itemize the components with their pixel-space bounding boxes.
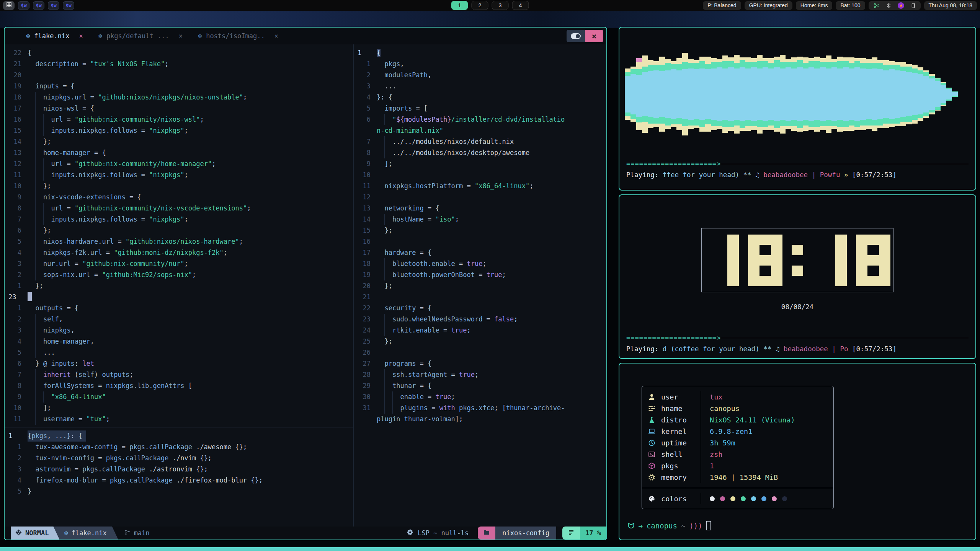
line-number: 24 <box>354 325 377 336</box>
fetch-row-pkgs: pkgs1 <box>642 460 833 471</box>
buffer-tab-hosts-isoImag-[interactable]: ❄hosts/isoImag..× <box>198 32 278 40</box>
fetch-value: 1946 | 15394 MiB <box>701 471 833 483</box>
viz-segment <box>912 115 918 120</box>
indent <box>35 336 43 347</box>
token: ./awesome <box>192 443 235 451</box>
scissors-icon[interactable] <box>873 2 880 9</box>
indent <box>384 380 392 391</box>
code-text: inherit (self) outputs; <box>28 369 133 380</box>
tag-button-3[interactable]: 3 <box>492 1 509 10</box>
indent <box>35 347 43 358</box>
indent <box>377 336 384 347</box>
code-line: 9 "x86_64-linux" <box>5 391 353 403</box>
fetch-value: 1 <box>701 460 833 471</box>
iso-buffer[interactable]: 1{1 pkgs,2 modulesPath,3 ...4}: {5 impor… <box>354 44 606 527</box>
shell-prompt[interactable]: ᗢ → canopus ~ ))) <box>619 521 975 540</box>
viz-segment <box>906 122 912 124</box>
visualizer-bar <box>642 55 648 133</box>
workspace-button[interactable]: $W <box>48 1 59 10</box>
code-line: 8 ../../modules/nixos/desktop/awesome <box>354 147 606 158</box>
indent <box>384 391 392 403</box>
visualizer-bar <box>734 55 740 134</box>
fetch-row-hname: hnamecanopus <box>642 403 833 414</box>
code-line: 18 nixpkgs.url = "github:nixos/nixpkgs/n… <box>5 92 353 103</box>
visualizer-bar <box>872 57 877 131</box>
indent <box>35 314 43 325</box>
token: ; <box>184 171 188 179</box>
digit-cell <box>748 235 760 245</box>
tag-button-4[interactable]: 4 <box>512 1 529 10</box>
viz-segment <box>751 62 757 67</box>
visualizer-bar <box>820 58 826 130</box>
token: inherit <box>43 371 71 378</box>
status-pill[interactable]: Bat: 100 <box>836 1 865 10</box>
token: "nixpkgs" <box>149 215 184 223</box>
code-line: 1{ <box>354 47 606 59</box>
close-button[interactable]: × <box>585 30 603 42</box>
token: = <box>63 160 75 168</box>
clock-pill[interactable]: Thu Aug 08, 18:18 <box>924 1 977 10</box>
token: }; <box>384 227 392 234</box>
digit-cell <box>704 266 716 276</box>
buffer-tab-pkgs-default-[interactable]: ❄pkgs/default ...× <box>98 32 183 40</box>
buffer-tab-flake-nix[interactable]: ❄flake.nix× <box>26 32 83 40</box>
tab-close-icon[interactable]: × <box>274 32 278 40</box>
indent <box>377 70 384 81</box>
code-line: 22 security = { <box>354 303 606 314</box>
flake-buffer[interactable]: 22{21 description = "tux's NixOS Flake";… <box>5 44 353 427</box>
tag-button-2[interactable]: 2 <box>472 1 488 10</box>
code-text: nix-vscode-extensions = { <box>28 192 141 203</box>
digit-cell <box>704 255 716 266</box>
top-bar: $W$W$W$W 1234 P: BalancedGPU: Integrated… <box>0 0 980 11</box>
code-line: 10 ]; <box>5 403 353 414</box>
workspace-button[interactable]: $W <box>18 1 29 10</box>
sliders-icon <box>642 403 661 414</box>
status-pill[interactable]: Home: 8ms <box>796 1 833 10</box>
token: ; <box>482 260 486 267</box>
bluetooth-icon[interactable] <box>886 2 892 9</box>
token: = <box>63 116 75 123</box>
line-number: 17 <box>5 103 28 114</box>
token: outputs <box>35 304 63 312</box>
visualizer-bar <box>786 59 791 129</box>
launcher-button[interactable] <box>3 1 15 10</box>
tab-close-icon[interactable]: × <box>79 32 83 40</box>
tag-button-1[interactable]: 1 <box>451 1 468 10</box>
status-pill[interactable]: P: Balanced <box>703 1 741 10</box>
viz-segment <box>849 126 854 131</box>
inactive-cursor: { <box>377 49 381 57</box>
digit-cell <box>824 276 835 286</box>
code-text: modulesPath, <box>377 70 431 81</box>
flame-icon[interactable] <box>898 2 904 9</box>
fetch-label: distro <box>661 414 701 425</box>
pkgs-buffer[interactable]: 1{pkgs, ...}: {1 tux-awesome-wm-config =… <box>5 427 353 527</box>
fetch-row-uptime: uptime3h 59m <box>642 437 833 448</box>
token: true <box>487 271 502 279</box>
indent <box>35 214 43 225</box>
viz-segment <box>768 63 774 68</box>
viz-segment <box>728 57 734 61</box>
fetch-value: 6.9.8-zen1 <box>701 425 833 437</box>
token: tux-awesome-wm-config <box>35 443 118 451</box>
token: pkgs.callPackage <box>82 465 145 473</box>
visualizer-bar <box>694 60 699 128</box>
workspace-button[interactable]: $W <box>63 1 74 10</box>
token: "github:nix-community/nix-vscode-extensi… <box>75 204 247 212</box>
workspace-button[interactable]: $W <box>33 1 44 10</box>
viz-segment <box>831 67 837 121</box>
viz-segment <box>659 71 665 117</box>
indent <box>35 225 43 236</box>
status-pill[interactable]: GPU: Integrated <box>745 1 792 10</box>
token: tux-nvim-config <box>35 454 94 462</box>
digit-cell <box>716 276 727 286</box>
phone-icon[interactable] <box>910 2 916 9</box>
line-number: 31 <box>354 403 377 414</box>
toggle-button[interactable] <box>567 30 585 42</box>
indent <box>35 181 43 192</box>
tab-close-icon[interactable]: × <box>179 32 183 40</box>
token: = <box>90 271 102 279</box>
viz-segment <box>889 119 895 124</box>
viz-segment <box>774 60 780 67</box>
visualizer-bar <box>757 55 763 134</box>
code-text: forAllSystems = nixpkgs.lib.genAttrs [ <box>28 380 192 391</box>
